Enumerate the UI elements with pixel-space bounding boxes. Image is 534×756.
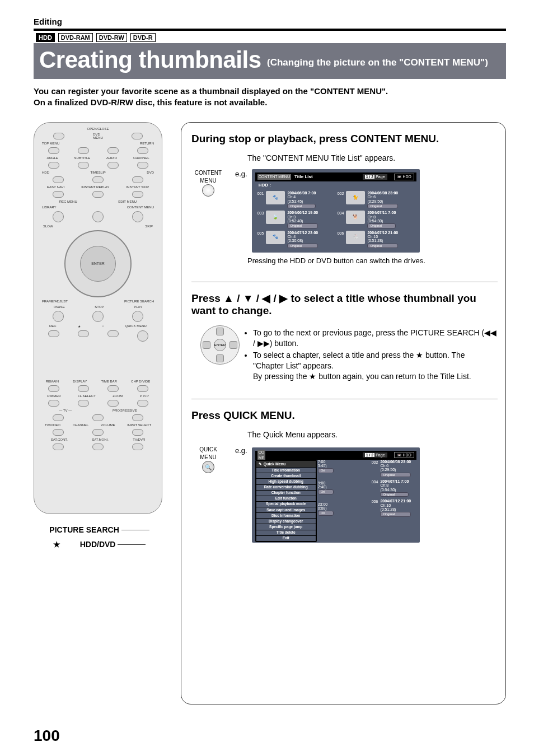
qm-item: Display changeover: [256, 519, 316, 524]
osd-title: Title List: [294, 174, 313, 180]
title-bar: Creating thumbnails (Changing the pictur…: [34, 43, 506, 79]
quick-menu-header: ✎ Quick Menu: [256, 461, 316, 467]
quick-menu-button-icon: 🔍: [202, 461, 214, 473]
nav-cross-icon: ENTER: [200, 325, 240, 365]
section-label: Editing: [34, 17, 506, 26]
qm-item: Disc information: [256, 513, 316, 518]
step1-title: During stop or playback, press CONTENT M…: [191, 133, 498, 146]
bullet: To go to the next or previous page, pres…: [253, 328, 498, 349]
callout-picture-search: PICTURE SEARCH: [34, 525, 165, 534]
osd-title-list: CONTENT MENU Title List 1 / 2 Page 📼 HDD…: [252, 169, 420, 253]
step-2: Press ▲ / ▼ / ◀ / ▶ to select a title wh…: [191, 292, 498, 383]
quick-menu-button-label: QUICK MENU 🔍: [191, 446, 225, 473]
qm-item: Edit functon: [256, 496, 316, 501]
qm-item: Specific page jump: [256, 524, 316, 529]
qm-item: Exit: [256, 536, 316, 541]
osd-tile: 0062004/07/12 21:00Ch:10(0:51:28)Origina…: [372, 499, 418, 516]
rule: [34, 29, 506, 31]
eg-label-2: e.g.: [235, 446, 247, 456]
qm-item: Rate conversion dubbing: [256, 485, 316, 490]
osd-subhead: HDD :: [255, 181, 416, 190]
qm-item: High speed dubbing: [256, 479, 316, 484]
osd-quick-menu: COME 1 / 2 Page 📼 HDD ✎ Quick Menu Title…: [252, 447, 420, 543]
qm-item: Special playback mode: [256, 502, 316, 507]
callout-hdd-dvd: ★ HDD/DVD: [34, 540, 165, 549]
osd-grid: 001🐾2004/06/08 7:00Ch:4(0:53:45)Original…: [255, 190, 416, 249]
step-3: Press QUICK MENU. The Quick Menu appears…: [191, 409, 498, 543]
star-icon: ★: [309, 371, 316, 382]
page-number: 100: [34, 727, 60, 745]
star-icon: ★: [416, 350, 423, 361]
badge-hdd: HDD: [36, 33, 55, 42]
steps-panel: During stop or playback, press CONTENT M…: [181, 122, 506, 704]
badge-dvdram: DVD-RAM: [58, 33, 93, 42]
osd-tile: 006🐇2004/07/12 21:00Ch:10(0:51:28)Origin…: [338, 231, 414, 248]
step3-title: Press QUICK MENU.: [191, 409, 498, 422]
osd-tile: 004🐕2004/07/11 7:00Ch:8(0:54:30)Original: [338, 211, 414, 228]
osd-tile: 001🐾2004/06/08 7:00Ch:4(0:53:45)Original: [257, 191, 334, 208]
star-icon: ★: [53, 540, 60, 549]
osd-tile: 0042004/07/11 7:00Ch:8(0:54:30)Original: [372, 479, 418, 497]
osd-logo: CONTENT MENU: [257, 174, 291, 179]
media-badges: HDD DVD-RAM DVD-RW DVD-R: [36, 33, 506, 42]
content-menu-button-label: CONTENT MENU: [191, 169, 225, 199]
osd-page: 1 / 2 Page: [363, 452, 387, 458]
qm-item: Save captured images: [256, 507, 316, 512]
intro-line2: On a finalized DVD-R/RW disc, this featu…: [34, 97, 506, 108]
remote-illustration: OPEN/CLOSE DVDMENU TOP MENURETURN ANGLES…: [34, 122, 162, 514]
intro-line1: You can register your favorite scene as …: [34, 86, 506, 97]
step1-note: Pressing the HDD or DVD button can switc…: [247, 256, 498, 266]
osd-tile: 002🐈2004/06/08 23:00Ch:6(0:29:50)Origina…: [338, 191, 414, 208]
bullet: To select a chapter, select a title and …: [253, 350, 498, 382]
badge-dvdr: DVD-R: [130, 33, 156, 42]
osd-tile: 0022004/06/08 23:00Ch:6(0:29:50)Original: [372, 460, 418, 477]
step2-title: Press ▲ / ▼ / ◀ / ▶ to select a title wh…: [191, 292, 498, 318]
step2-bullets: To go to the next or previous page, pres…: [245, 328, 498, 382]
step3-appears: The Quick Menu appears.: [247, 430, 498, 440]
osd-tile: 005🐾2004/07/12 23:00Ch:4(0:30:08)Origina…: [257, 231, 334, 248]
qm-item: Create thumbnail: [256, 473, 316, 478]
osd-drive: 📼 HDD: [394, 452, 414, 458]
eg-label-1: e.g.: [235, 169, 247, 179]
content-menu-button-icon: [202, 184, 214, 197]
qm-item: Title delete: [256, 530, 316, 535]
badge-dvdrw: DVD-RW: [96, 33, 127, 42]
page-subtitle: (Changing the picture on the "CONTENT ME…: [267, 57, 488, 68]
osd-drive: 📼 HDD: [394, 174, 414, 180]
step1-appears: The "CONTENT MENU Title List" appears.: [247, 153, 498, 164]
page-title: Creating thumbnails: [39, 46, 261, 73]
osd-page: 1 / 2 Page: [363, 174, 387, 179]
manual-page: Editing HDD DVD-RAM DVD-RW DVD-R Creatin…: [0, 0, 534, 756]
qm-item: Title information: [256, 468, 316, 473]
osd-logo: COME: [257, 450, 266, 460]
quick-menu-panel: ✎ Quick Menu Title information Create th…: [255, 460, 317, 542]
osd-tile: 003🍃2004/06/12 19:00Ch:3(0:52:40)Origina…: [257, 211, 334, 228]
qm-item: Chapter function: [256, 491, 316, 496]
intro-text: You can register your favorite scene as …: [34, 86, 506, 109]
step-1: During stop or playback, press CONTENT M…: [191, 133, 498, 266]
